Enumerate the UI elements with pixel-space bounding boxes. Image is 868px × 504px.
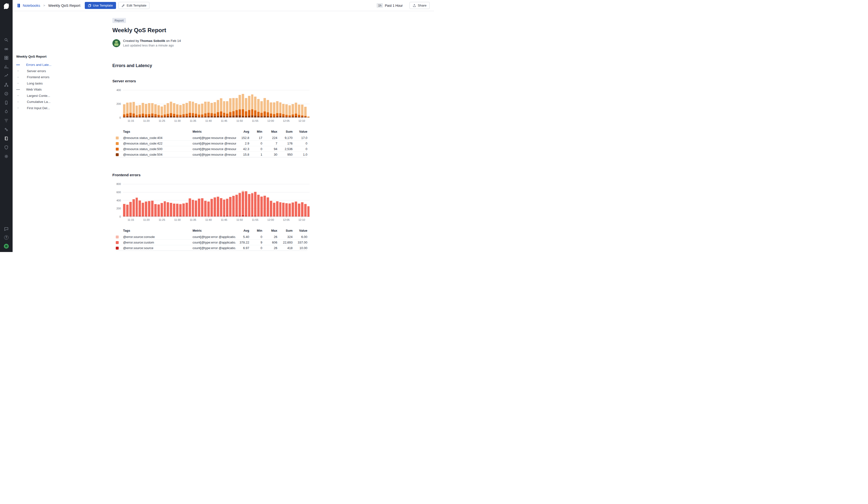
toc-item-cumulative-la[interactable]: Cumulative La... bbox=[16, 99, 65, 105]
dashboards-icon[interactable] bbox=[4, 56, 9, 60]
bar[interactable] bbox=[242, 184, 244, 217]
bar[interactable] bbox=[270, 90, 272, 117]
synthetics-icon[interactable] bbox=[4, 92, 9, 96]
table-row[interactable]: @resource.status_code:504count[@type:res… bbox=[116, 152, 307, 157]
bar[interactable] bbox=[198, 90, 200, 117]
security-icon[interactable] bbox=[4, 145, 9, 150]
service-map-icon[interactable] bbox=[4, 83, 9, 87]
bar[interactable] bbox=[148, 184, 151, 217]
bar[interactable] bbox=[239, 184, 241, 217]
bar[interactable] bbox=[198, 184, 200, 217]
bar[interactable] bbox=[161, 184, 163, 217]
bar[interactable] bbox=[235, 184, 238, 217]
bar[interactable] bbox=[242, 90, 244, 117]
bar[interactable] bbox=[229, 184, 231, 217]
bar[interactable] bbox=[133, 90, 135, 117]
bar[interactable] bbox=[210, 184, 213, 217]
bar[interactable] bbox=[207, 90, 210, 117]
bar[interactable] bbox=[138, 90, 141, 117]
bar[interactable] bbox=[154, 184, 157, 217]
apm-icon[interactable] bbox=[4, 74, 9, 78]
bar[interactable] bbox=[276, 184, 279, 217]
bar[interactable] bbox=[254, 184, 257, 217]
bar[interactable] bbox=[192, 90, 194, 117]
bar[interactable] bbox=[204, 90, 207, 117]
toc-item-server-errors[interactable]: Server errors bbox=[16, 68, 65, 74]
bar[interactable] bbox=[282, 184, 285, 217]
use-template-button[interactable]: Use Template bbox=[85, 2, 116, 9]
bar[interactable] bbox=[298, 90, 300, 117]
bar[interactable] bbox=[257, 184, 260, 217]
table-row[interactable]: @error.source:consolecount[@type:error @… bbox=[116, 234, 307, 240]
bar[interactable] bbox=[235, 90, 238, 117]
bar[interactable] bbox=[276, 90, 279, 117]
bar[interactable] bbox=[204, 184, 207, 217]
bar[interactable] bbox=[267, 184, 269, 217]
bar[interactable] bbox=[217, 90, 219, 117]
bar[interactable] bbox=[254, 90, 257, 117]
bar[interactable] bbox=[201, 184, 204, 217]
profiling-icon[interactable] bbox=[4, 109, 9, 114]
bar[interactable] bbox=[245, 90, 247, 117]
bar[interactable] bbox=[210, 90, 213, 117]
bar[interactable] bbox=[195, 90, 197, 117]
bar[interactable] bbox=[179, 90, 182, 117]
bar[interactable] bbox=[138, 184, 141, 217]
bar[interactable] bbox=[270, 184, 272, 217]
bar[interactable] bbox=[142, 184, 144, 217]
bar[interactable] bbox=[285, 90, 288, 117]
toc-item-web-vitals[interactable]: Web Vitals bbox=[16, 86, 65, 93]
bar[interactable] bbox=[307, 90, 310, 117]
bar[interactable] bbox=[186, 184, 188, 217]
bar[interactable] bbox=[239, 90, 241, 117]
bar[interactable] bbox=[273, 90, 275, 117]
bar[interactable] bbox=[176, 184, 178, 217]
bar[interactable] bbox=[304, 90, 307, 117]
bar[interactable] bbox=[176, 90, 178, 117]
bar[interactable] bbox=[189, 90, 191, 117]
bar[interactable] bbox=[182, 90, 185, 117]
table-row[interactable]: @error.source:sourcecount[@type:error @a… bbox=[116, 245, 307, 251]
bar[interactable] bbox=[186, 90, 188, 117]
share-button[interactable]: Share bbox=[410, 2, 430, 9]
bar[interactable] bbox=[267, 90, 269, 117]
bar[interactable] bbox=[251, 184, 254, 217]
bar[interactable] bbox=[251, 90, 254, 117]
bar[interactable] bbox=[192, 184, 194, 217]
bar[interactable] bbox=[232, 184, 235, 217]
bar[interactable] bbox=[170, 90, 172, 117]
bar[interactable] bbox=[295, 90, 297, 117]
chat-icon[interactable] bbox=[4, 227, 9, 231]
bar[interactable] bbox=[288, 90, 291, 117]
bar[interactable] bbox=[220, 184, 222, 217]
bar[interactable] bbox=[126, 90, 128, 117]
log-pipelines-icon[interactable] bbox=[4, 118, 9, 123]
bar[interactable] bbox=[223, 90, 226, 117]
bar[interactable] bbox=[136, 184, 138, 217]
bar[interactable] bbox=[217, 184, 219, 217]
watchdog-icon[interactable] bbox=[4, 47, 9, 51]
bar[interactable] bbox=[167, 90, 169, 117]
bar[interactable] bbox=[214, 184, 216, 217]
bar[interactable] bbox=[260, 90, 263, 117]
bar[interactable] bbox=[301, 184, 303, 217]
bar[interactable] bbox=[226, 184, 228, 217]
bar[interactable] bbox=[248, 184, 250, 217]
bar[interactable] bbox=[273, 184, 275, 217]
settings-icon[interactable] bbox=[4, 154, 9, 159]
bar[interactable] bbox=[157, 184, 160, 217]
bar[interactable] bbox=[154, 90, 157, 117]
bar[interactable] bbox=[248, 90, 250, 117]
bar[interactable] bbox=[148, 90, 151, 117]
bar[interactable] bbox=[304, 184, 307, 217]
toc-item-errors-and-late[interactable]: Errors and Late... bbox=[16, 62, 65, 68]
time-range-label[interactable]: Past 1 Hour bbox=[385, 4, 403, 8]
datadog-logo-icon[interactable] bbox=[3, 2, 10, 10]
bar[interactable] bbox=[220, 90, 222, 117]
bar[interactable] bbox=[207, 184, 210, 217]
table-row[interactable]: @resource.status_code:404count[@type:res… bbox=[116, 135, 307, 141]
bar[interactable] bbox=[298, 184, 300, 217]
bar[interactable] bbox=[214, 90, 216, 117]
bar[interactable] bbox=[292, 90, 294, 117]
toc-item-long-tasks[interactable]: Long tasks bbox=[16, 80, 65, 87]
